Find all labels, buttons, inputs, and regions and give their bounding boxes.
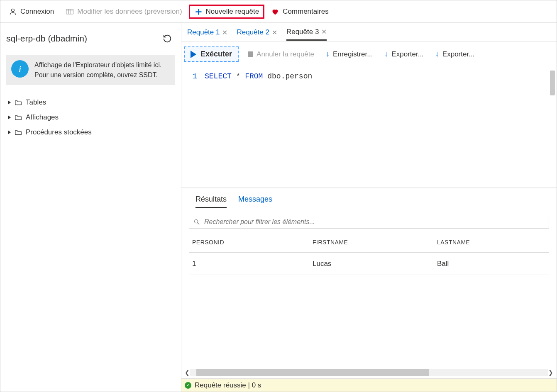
scroll-thumb[interactable]	[196, 369, 429, 376]
editor-scrollbar[interactable]	[550, 71, 555, 95]
export-label: Exporter...	[391, 50, 423, 58]
stop-icon	[248, 51, 253, 57]
refresh-icon[interactable]	[163, 34, 172, 43]
new-query-button[interactable]: Nouvelle requête	[189, 5, 265, 19]
svg-point-0	[12, 9, 15, 12]
cell-personid: 1	[192, 260, 313, 268]
db-title: sql-erp-db (dbadmin)	[6, 34, 87, 44]
tab-label: Requête 3	[286, 28, 319, 36]
feedback-button[interactable]: Commentaires	[266, 5, 334, 18]
results-table: PERSONID FIRSTNAME LASTNAME 1 Lucas Ball	[181, 232, 557, 367]
table-header-row: PERSONID FIRSTNAME LASTNAME	[189, 232, 549, 253]
plus-icon	[194, 7, 203, 16]
result-tab-bar: Résultats Messages	[181, 188, 557, 208]
export-button-1[interactable]: ↓ Exporter...	[382, 47, 426, 61]
sql-editor[interactable]: 1 SELECT * FROM dbo.person	[181, 67, 557, 187]
line-gutter: 1	[181, 72, 205, 183]
caret-icon	[8, 130, 11, 134]
info-text: Affichage de l'Explorateur d'objets limi…	[34, 60, 170, 80]
login-label: Connexion	[20, 7, 54, 16]
query-toolbar: Exécuter Annuler la requête ↓ Enregistre…	[181, 41, 557, 67]
tab-label: Requête 1	[187, 28, 220, 37]
download-icon: ↓	[326, 50, 330, 58]
query-tab-3[interactable]: Requête 3 ✕	[286, 28, 327, 41]
user-icon	[9, 7, 17, 16]
results-hscrollbar[interactable]: ❮ ❯	[182, 367, 556, 378]
folder-icon	[14, 99, 22, 106]
feedback-label: Commentaires	[283, 7, 329, 16]
object-tree: Tables Affichages Procédures stockées	[0, 91, 181, 144]
tree-item-procedures[interactable]: Procédures stockées	[6, 125, 175, 140]
col-header[interactable]: LASTNAME	[437, 239, 546, 246]
results-search[interactable]	[189, 215, 549, 229]
save-button[interactable]: ↓ Enregistrer...	[323, 47, 375, 61]
folder-icon	[14, 129, 22, 136]
cancel-query-button[interactable]: Annuler la requête	[245, 48, 317, 61]
execute-button[interactable]: Exécuter	[184, 46, 239, 62]
query-tab-2[interactable]: Requête 2 ✕	[237, 28, 277, 40]
close-icon[interactable]: ✕	[321, 28, 327, 36]
db-edit-icon	[66, 8, 74, 15]
success-icon: ✓	[185, 382, 191, 389]
close-icon[interactable]: ✕	[222, 29, 227, 37]
export-button-2[interactable]: ↓ Exporter...	[433, 47, 477, 61]
results-search-input[interactable]	[203, 218, 545, 226]
tree-item-views[interactable]: Affichages	[6, 110, 175, 125]
object-explorer-sidebar: sql-erp-db (dbadmin) i Affichage de l'Ex…	[0, 23, 181, 392]
login-button[interactable]: Connexion	[4, 5, 59, 18]
scroll-left-icon[interactable]: ❮	[185, 369, 190, 376]
svg-point-5	[195, 220, 198, 223]
download-icon: ↓	[435, 50, 439, 58]
tab-label: Requête 2	[237, 28, 269, 37]
tab-messages[interactable]: Messages	[238, 195, 272, 208]
table-row[interactable]: 1 Lucas Ball	[189, 253, 549, 275]
info-banner: i Affichage de l'Explorateur d'objets li…	[6, 55, 175, 85]
cancel-label: Annuler la requête	[257, 50, 314, 58]
export-label: Exporter...	[442, 50, 474, 58]
tree-item-label: Affichages	[26, 113, 59, 122]
info-icon: i	[11, 60, 29, 78]
save-label: Enregistrer...	[333, 50, 373, 58]
execute-label: Exécuter	[200, 50, 232, 58]
status-bar: ✓ Requête réussie | 0 s	[181, 378, 557, 392]
tree-item-label: Procédures stockées	[26, 128, 92, 136]
close-icon[interactable]: ✕	[272, 29, 277, 37]
search-icon	[193, 219, 200, 225]
code-line: SELECT * FROM dbo.person	[205, 72, 312, 183]
top-toolbar: Connexion Modifier les données (préversi…	[0, 0, 557, 23]
svg-line-6	[198, 223, 199, 224]
cell-lastname: Ball	[437, 260, 546, 268]
caret-icon	[8, 100, 11, 105]
col-header[interactable]: PERSONID	[192, 239, 313, 246]
tab-results[interactable]: Résultats	[195, 195, 227, 208]
folder-icon	[14, 114, 22, 121]
status-text: Requête réussie | 0 s	[195, 381, 261, 390]
play-icon	[191, 51, 196, 58]
query-tab-1[interactable]: Requête 1 ✕	[187, 28, 227, 40]
caret-icon	[8, 115, 11, 119]
heart-icon	[271, 7, 279, 16]
col-header[interactable]: FIRSTNAME	[313, 239, 437, 246]
edit-data-button[interactable]: Modifier les données (préversion)	[61, 5, 187, 18]
line-number: 1	[181, 72, 197, 80]
results-pane: Résultats Messages PERSONID FIRSTNAME LA…	[181, 187, 557, 392]
edit-data-label: Modifier les données (préversion)	[77, 7, 182, 16]
cell-firstname: Lucas	[313, 260, 437, 268]
new-query-label: Nouvelle requête	[206, 7, 259, 16]
tree-item-label: Tables	[26, 98, 46, 107]
scroll-right-icon[interactable]: ❯	[548, 369, 553, 376]
download-icon: ↓	[384, 50, 388, 58]
tree-item-tables[interactable]: Tables	[6, 95, 175, 110]
svg-rect-1	[66, 9, 73, 14]
query-tab-bar: Requête 1 ✕ Requête 2 ✕ Requête 3 ✕	[181, 23, 557, 41]
